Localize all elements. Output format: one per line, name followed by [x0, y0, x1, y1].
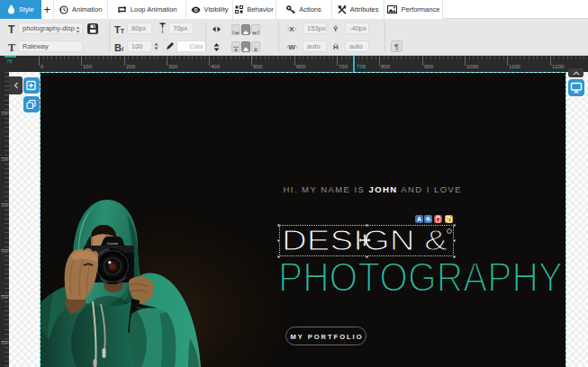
svg-text:A: A	[416, 216, 421, 222]
svg-text:Canon: Canon	[106, 240, 118, 245]
svg-text:PHOTOGRAPHY: PHOTOGRAPHY	[278, 253, 563, 300]
